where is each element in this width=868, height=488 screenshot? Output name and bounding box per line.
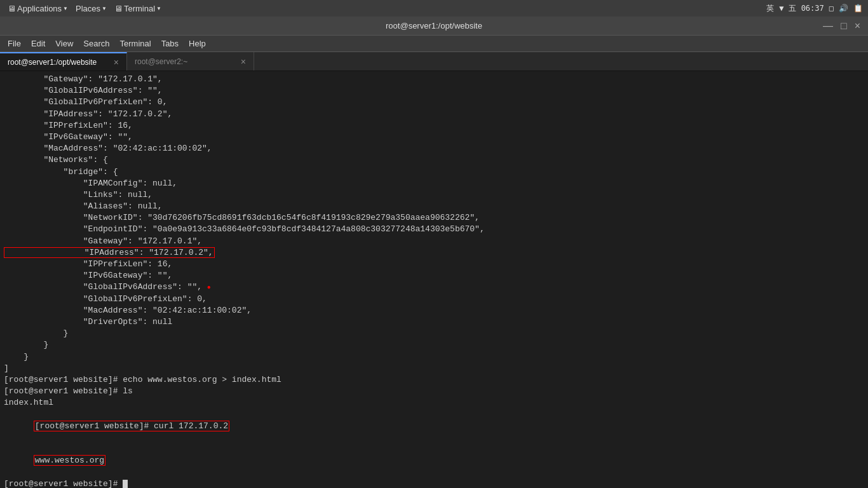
window-controls: — □ ×: [820, 21, 863, 31]
output-line: "IPAMConfig": null,: [4, 178, 864, 189]
highlighted-ip-line: "IPAddress": "172.17.0.2",: [4, 247, 864, 259]
lang-arrow: ▼: [779, 4, 783, 13]
menu-file[interactable]: File: [3, 37, 26, 50]
system-bar-right: 英 ▼ 五 06:37 □ 🔊 📋: [766, 3, 863, 14]
highlighted-curl-result: www.westos.org: [4, 444, 864, 478]
tab-server1-close[interactable]: ×: [114, 57, 119, 67]
output-line: [root@server1 website]# ls: [4, 386, 864, 397]
cursor-dot: ●: [207, 284, 211, 291]
terminal-label: Terminal: [124, 4, 155, 13]
output-line: "Links": null,: [4, 189, 864, 201]
output-line: "MacAddress": "02:42:ac:11:00:02",: [4, 143, 864, 154]
places-arrow: ▼: [102, 6, 107, 11]
applications-arrow: ▼: [63, 6, 68, 11]
output-line: }: [4, 339, 864, 351]
menu-tabs[interactable]: Tabs: [156, 37, 184, 50]
language-indicator: 英: [766, 3, 774, 14]
title-bar: root@server1:/opt/website — □ ×: [0, 17, 868, 36]
output-line: "IPv6Gateway": "",: [4, 270, 864, 281]
places-menu[interactable]: Places ▼: [73, 4, 109, 13]
menu-edit[interactable]: Edit: [26, 37, 50, 50]
output-line: "IPPrefixLen": 16,: [4, 120, 864, 132]
terminal-icon-small: 🖥: [114, 4, 123, 13]
menu-terminal[interactable]: Terminal: [115, 37, 156, 50]
output-line: "Networks": {: [4, 154, 864, 166]
curl-result-highlight: www.westos.org: [34, 455, 105, 466]
terminal-window: root@server1:/opt/website — □ × File Edi…: [0, 17, 868, 488]
tab-server2[interactable]: root@server2:~ ×: [127, 52, 254, 71]
highlighted-curl-block: [root@server1 website]# curl 172.17.0.2: [4, 409, 864, 444]
output-line: ]: [4, 363, 864, 374]
tab-server1-label: root@server1:/opt/website: [8, 58, 97, 67]
terminal-output[interactable]: "Gateway": "172.17.0.1", "GlobalIPv6Addr…: [0, 71, 868, 488]
maximize-button[interactable]: □: [838, 21, 850, 31]
window-icon: □: [829, 4, 834, 13]
menu-help[interactable]: Help: [184, 37, 211, 50]
tabs-bar: root@server1:/opt/website × root@server2…: [0, 52, 868, 71]
system-bar-left: 🖥 Applications ▼ Places ▼ 🖥 Terminal ▼: [5, 4, 164, 13]
prompt-line: [root@server1 website]#: [4, 478, 864, 488]
close-button[interactable]: ×: [852, 21, 863, 31]
output-line: "Aliases": null,: [4, 201, 864, 212]
output-line: "Gateway": "172.17.0.1",: [4, 236, 864, 247]
tab-server2-label: root@server2:~: [135, 57, 187, 66]
output-line: "bridge": {: [4, 166, 864, 178]
output-line: }: [4, 328, 864, 339]
clipboard-icon: 📋: [853, 4, 863, 13]
applications-label: Applications: [17, 4, 62, 13]
output-line: "IPAddress": "172.17.0.2",: [4, 109, 864, 120]
tab-server2-close[interactable]: ×: [241, 57, 246, 67]
menu-view[interactable]: View: [50, 37, 78, 50]
output-line: "IPv6Gateway": "",: [4, 132, 864, 143]
output-line: "NetworkID": "30d76206fb75cd8691f63dcb16…: [4, 212, 864, 224]
tab-server1[interactable]: root@server1:/opt/website ×: [0, 52, 127, 71]
output-line: "GlobalIPv6PrefixLen": 0,: [4, 294, 864, 305]
output-line: "DriverOpts": null: [4, 316, 864, 328]
menu-bar: File Edit View Search Terminal Tabs Help: [0, 36, 868, 52]
output-line: "GlobalIPv6PrefixLen": 0,: [4, 97, 864, 108]
output-line: "MacAddress": "02:42:ac:11:00:02",: [4, 305, 864, 316]
datetime-display: 五 06:37: [789, 3, 824, 14]
terminal-arrow: ▼: [156, 6, 161, 11]
curl-command-highlight: [root@server1 website]# curl 172.17.0.2: [34, 421, 229, 431]
system-bar: 🖥 Applications ▼ Places ▼ 🖥 Terminal ▼ 英…: [0, 0, 868, 17]
output-line: }: [4, 351, 864, 363]
volume-icon: 🔊: [839, 4, 848, 13]
output-line: "GlobalIPv6Address": "", ●: [4, 281, 864, 293]
output-line: "Gateway": "172.17.0.1",: [4, 74, 864, 85]
output-line: [root@server1 website]# echo www.westos.…: [4, 374, 864, 386]
terminal-menu[interactable]: 🖥 Terminal ▼: [112, 4, 164, 13]
output-line: "IPPrefixLen": 16,: [4, 259, 864, 270]
places-label: Places: [76, 4, 100, 13]
output-line: "EndpointID": "0a0e9a913c33a6864e0fc93bf…: [4, 224, 864, 235]
ip-address-highlight: "IPAddress": "172.17.0.2",: [4, 247, 215, 258]
output-line: "GlobalIPv6Address": "",: [4, 85, 864, 97]
output-line: index.html: [4, 397, 864, 409]
terminal-cursor: [123, 480, 128, 488]
applications-menu[interactable]: 🖥 Applications ▼: [5, 4, 71, 13]
menu-search[interactable]: Search: [78, 37, 114, 50]
window-title: root@server1:/opt/website: [386, 21, 482, 30]
applications-icon: 🖥: [8, 4, 16, 13]
minimize-button[interactable]: —: [820, 21, 836, 31]
